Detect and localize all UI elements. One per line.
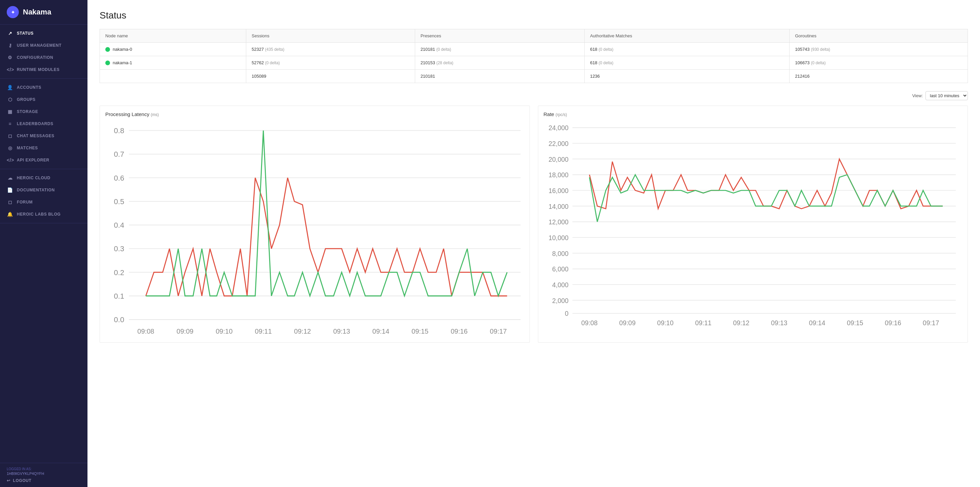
svg-text:09:15: 09:15: [412, 328, 428, 335]
sidebar-label-groups: GROUPS: [17, 97, 36, 102]
svg-text:09:11: 09:11: [255, 328, 272, 335]
svg-text:09:17: 09:17: [490, 328, 507, 335]
latency-svg: 0.8 0.7 0.6 0.5 0.4 0.3 0.2 0.1 0.0: [105, 121, 524, 337]
svg-text:14,000: 14,000: [548, 203, 568, 210]
runtime-modules-icon: </>: [7, 67, 13, 72]
sidebar-item-matches[interactable]: ◎ MATCHES: [0, 142, 88, 154]
svg-text:09:16: 09:16: [451, 328, 468, 335]
page-title: Status: [100, 10, 968, 21]
sidebar-label-configuration: CONFIGURATION: [17, 55, 53, 60]
latency-unit: (ms): [151, 112, 159, 117]
svg-text:0.1: 0.1: [114, 292, 124, 300]
sidebar-item-documentation[interactable]: 📄 DOCUMENTATION: [0, 184, 88, 196]
heroic-cloud-icon: ☁: [7, 175, 13, 181]
sidebar-item-runtime-modules[interactable]: </> RUNTIME MODULES: [0, 64, 88, 76]
sidebar-label-storage: STORAGE: [17, 109, 38, 114]
sidebar-item-chat-messages[interactable]: ◻ CHAT MESSAGES: [0, 130, 88, 142]
heroic-labs-blog-icon: 🔔: [7, 212, 13, 217]
sidebar-item-accounts[interactable]: 👤 ACCOUNTS: [0, 81, 88, 94]
storage-icon: ▦: [7, 109, 13, 115]
latency-chart-area: 0.8 0.7 0.6 0.5 0.4 0.3 0.2 0.1 0.0: [105, 121, 524, 337]
total-goroutines: 212416: [789, 70, 968, 83]
goroutines-1: 106673 (0 delta): [789, 56, 968, 70]
sidebar-label-documentation: DOCUMENTATION: [17, 188, 55, 193]
svg-text:0: 0: [565, 310, 568, 317]
node-name-0: nakama-0: [100, 43, 246, 56]
sessions-0: 52327 (435 delta): [246, 43, 415, 56]
logout-label: LOGOUT: [13, 478, 32, 483]
svg-text:09:12: 09:12: [294, 328, 311, 335]
auth-matches-0: 618 (0 delta): [584, 43, 789, 56]
svg-text:6,000: 6,000: [552, 265, 568, 273]
table-row: nakama-1 52762 (0 delta) 210153 (28 delt…: [100, 56, 968, 70]
logged-in-user: 1HB9IGVYKLP4QYFH: [7, 471, 81, 476]
auth-matches-1: 618 (0 delta): [584, 56, 789, 70]
app-name: Nakama: [23, 8, 51, 16]
sessions-1: 52762 (0 delta): [246, 56, 415, 70]
view-label: View:: [912, 93, 923, 98]
sidebar-section-1: ↗ STATUS ⚷ USER MANAGEMENT ⚙ CONFIGURATI…: [0, 25, 88, 79]
svg-text:09:13: 09:13: [771, 319, 787, 326]
sidebar-bottom: LOGGED IN AS: 1HB9IGVYKLP4QYFH ↩ LOGOUT: [0, 463, 88, 487]
table-row: nakama-0 52327 (435 delta) 210181 (0 del…: [100, 43, 968, 56]
charts-row: Processing Latency (ms) 0.8 0.7 0.6 0.5 …: [100, 106, 968, 343]
rate-svg: 24,000 22,000 20,000 18,000 16,000 14,00…: [544, 121, 963, 330]
user-management-icon: ⚷: [7, 43, 13, 48]
svg-text:09:14: 09:14: [372, 328, 389, 335]
goroutines-0: 105743 (930 delta): [789, 43, 968, 56]
totals-node: [100, 70, 246, 83]
sidebar-item-storage[interactable]: ▦ STORAGE: [0, 106, 88, 118]
svg-text:09:08: 09:08: [137, 328, 154, 335]
logged-in-label: LOGGED IN AS:: [7, 467, 81, 471]
rate-unit: (rpc/s): [555, 112, 567, 117]
svg-text:09:11: 09:11: [695, 319, 711, 326]
configuration-icon: ⚙: [7, 55, 13, 60]
status-table: Node name Sessions Presences Authoritati…: [100, 29, 968, 83]
col-header-goroutines: Goroutines: [789, 29, 968, 43]
sidebar-item-heroic-cloud[interactable]: ☁ HEROIC CLOUD: [0, 172, 88, 184]
sidebar-item-configuration[interactable]: ⚙ CONFIGURATION: [0, 51, 88, 64]
accounts-icon: 👤: [7, 85, 13, 90]
sidebar-item-heroic-labs-blog[interactable]: 🔔 HEROIC LABS BLOG: [0, 208, 88, 220]
svg-text:16,000: 16,000: [548, 187, 568, 194]
groups-icon: ⬡: [7, 97, 13, 102]
logo-area: ✦ Nakama: [0, 0, 88, 25]
documentation-icon: 📄: [7, 187, 13, 193]
main-content: Status Node name Sessions Presences Auth…: [88, 0, 980, 487]
sidebar-section-3: ☁ HEROIC CLOUD 📄 DOCUMENTATION ◻ FORUM 🔔…: [0, 169, 88, 223]
forum-icon: ◻: [7, 199, 13, 205]
sidebar-label-heroic-labs-blog: HEROIC LABS BLOG: [17, 212, 60, 216]
sidebar-label-matches: MATCHES: [17, 146, 38, 150]
sidebar-label-runtime-modules: RUNTIME MODULES: [17, 67, 60, 72]
svg-text:09:10: 09:10: [657, 319, 673, 326]
svg-text:2,000: 2,000: [552, 297, 568, 304]
sidebar-item-leaderboards[interactable]: ≡ LEADERBOARDS: [0, 118, 88, 130]
col-header-node: Node name: [100, 29, 246, 43]
rate-chart-area: 24,000 22,000 20,000 18,000 16,000 14,00…: [544, 121, 963, 330]
sidebar-item-status[interactable]: ↗ STATUS: [0, 27, 88, 39]
svg-text:09:14: 09:14: [809, 319, 825, 326]
sidebar-label-chat-messages: CHAT MESSAGES: [17, 134, 54, 138]
svg-text:4,000: 4,000: [552, 281, 568, 288]
total-sessions: 105089: [246, 70, 415, 83]
chat-messages-icon: ◻: [7, 133, 13, 138]
latency-chart-container: Processing Latency (ms) 0.8 0.7 0.6 0.5 …: [100, 106, 530, 343]
view-select[interactable]: last 5 minutes last 10 minutes last 30 m…: [926, 91, 968, 100]
sidebar-item-groups[interactable]: ⬡ GROUPS: [0, 94, 88, 106]
svg-text:09:15: 09:15: [847, 319, 863, 326]
svg-text:09:17: 09:17: [923, 319, 939, 326]
svg-text:09:09: 09:09: [177, 328, 193, 335]
svg-text:0.7: 0.7: [114, 150, 124, 158]
sidebar-item-forum[interactable]: ◻ FORUM: [0, 196, 88, 208]
totals-row: 105089 210181 1236 212416: [100, 70, 968, 83]
logout-button[interactable]: ↩ LOGOUT: [7, 478, 81, 483]
svg-text:09:10: 09:10: [216, 328, 232, 335]
sidebar-item-api-explorer[interactable]: </> API EXPLORER: [0, 154, 88, 166]
leaderboards-icon: ≡: [7, 121, 13, 126]
svg-text:24,000: 24,000: [548, 124, 568, 132]
svg-text:0.8: 0.8: [114, 126, 124, 135]
svg-text:8,000: 8,000: [552, 250, 568, 257]
svg-text:09:12: 09:12: [733, 319, 749, 326]
sidebar-item-user-management[interactable]: ⚷ USER MANAGEMENT: [0, 39, 88, 51]
total-auth-matches: 1236: [584, 70, 789, 83]
